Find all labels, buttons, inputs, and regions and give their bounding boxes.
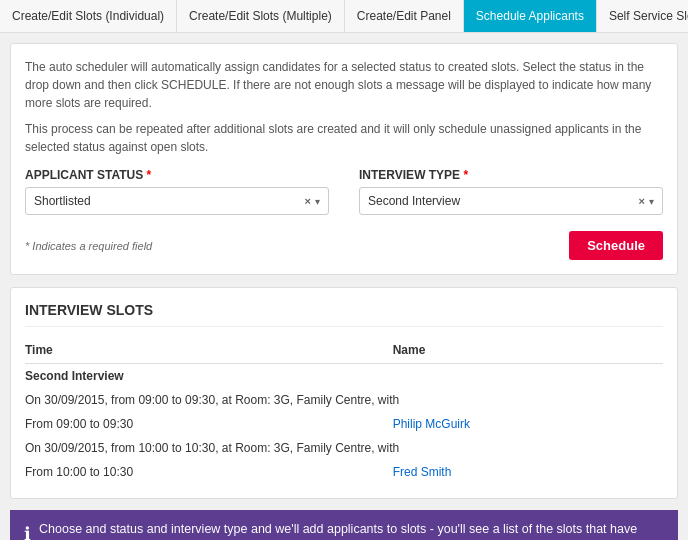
tab-create-multiple[interactable]: Create/Edit Slots (Multiple) xyxy=(177,0,345,32)
tab-create-individual[interactable]: Create/Edit Slots (Individual) xyxy=(0,0,177,32)
tab-schedule-applicants[interactable]: Schedule Applicants xyxy=(464,0,597,32)
applicant-status-clear[interactable]: × xyxy=(305,195,311,207)
interview-type-select[interactable]: Second Interview × ▾ xyxy=(359,187,663,215)
tab-create-panel[interactable]: Create/Edit Panel xyxy=(345,0,464,32)
table-row: On 30/09/2015, from 09:00 to 09:30, at R… xyxy=(25,388,663,412)
applicant-status-select[interactable]: Shortlisted × ▾ xyxy=(25,187,329,215)
required-note: * Indicates a required field xyxy=(25,240,152,252)
form-footer: * Indicates a required field Schedule xyxy=(25,231,663,260)
scheduler-card: The auto scheduler will automatically as… xyxy=(10,43,678,275)
table-row: On 30/09/2015, from 10:00 to 10:30, at R… xyxy=(25,436,663,460)
applicant-status-arrow[interactable]: ▾ xyxy=(315,196,320,207)
interview-type-group: INTERVIEW TYPE * Second Interview × ▾ xyxy=(359,168,663,215)
applicant-status-value: Shortlisted xyxy=(34,194,305,208)
group-label: Second Interview xyxy=(25,364,663,389)
interview-slots-card: INTERVIEW SLOTS Time Name Second Intervi… xyxy=(10,287,678,499)
info-icon: ℹ xyxy=(24,521,31,540)
table-row: From 10:00 to 10:30 Fred Smith xyxy=(25,460,663,484)
slots-title: INTERVIEW SLOTS xyxy=(25,302,663,327)
info-bar-message: Choose and status and interview type and… xyxy=(39,520,664,540)
form-row: APPLICANT STATUS * Shortlisted × ▾ INTER… xyxy=(25,168,663,215)
interview-type-arrow[interactable]: ▾ xyxy=(649,196,654,207)
slot-2-link[interactable]: Fred Smith xyxy=(393,465,452,479)
tab-self-service[interactable]: Self Service Slots xyxy=(597,0,688,32)
interview-type-value: Second Interview xyxy=(368,194,639,208)
slot-1-desc: On 30/09/2015, from 09:00 to 09:30, at R… xyxy=(25,388,663,412)
required-star-2: * xyxy=(463,168,468,182)
slot-1-link[interactable]: Philip McGuirk xyxy=(393,417,470,431)
slot-2-desc: On 30/09/2015, from 10:00 to 10:30, at R… xyxy=(25,436,663,460)
schedule-button[interactable]: Schedule xyxy=(569,231,663,260)
main-content: The auto scheduler will automatically as… xyxy=(0,33,688,540)
group-label-row: Second Interview xyxy=(25,364,663,389)
slot-2-time: From 10:00 to 10:30 xyxy=(25,460,393,484)
table-row: From 09:00 to 09:30 Philip McGuirk xyxy=(25,412,663,436)
slots-table: Time Name Second Interview On 30/09/2015… xyxy=(25,339,663,484)
slot-2-name: Fred Smith xyxy=(393,460,663,484)
required-star-1: * xyxy=(147,168,152,182)
top-navigation: Create/Edit Slots (Individual) Create/Ed… xyxy=(0,0,688,33)
slot-1-name: Philip McGuirk xyxy=(393,412,663,436)
info-text-1: The auto scheduler will automatically as… xyxy=(25,58,663,112)
slot-1-time: From 09:00 to 09:30 xyxy=(25,412,393,436)
interview-type-clear[interactable]: × xyxy=(639,195,645,207)
applicant-status-group: APPLICANT STATUS * Shortlisted × ▾ xyxy=(25,168,329,215)
col-time: Time xyxy=(25,339,393,364)
interview-type-label: INTERVIEW TYPE * xyxy=(359,168,663,182)
table-header-row: Time Name xyxy=(25,339,663,364)
col-name: Name xyxy=(393,339,663,364)
applicant-status-label: APPLICANT STATUS * xyxy=(25,168,329,182)
info-bar: ℹ Choose and status and interview type a… xyxy=(10,510,678,540)
info-text-2: This process can be repeated after addit… xyxy=(25,120,663,156)
